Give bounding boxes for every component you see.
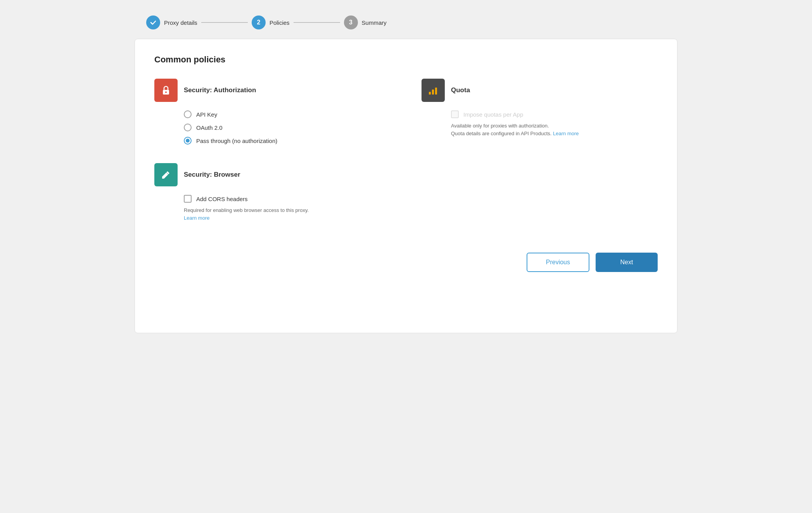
step-circle-3: 3 (344, 15, 358, 29)
security-browser-icon (154, 163, 178, 186)
svg-point-1 (165, 91, 167, 93)
security-browser-title: Security: Browser (184, 171, 240, 179)
quota-section: Quota Impose quotas per App Available on… (406, 79, 658, 145)
radio-pass-through[interactable]: Pass through (no authorization) (184, 137, 383, 145)
security-browser-section: Security: Browser Add CORS headers Requi… (154, 163, 658, 222)
step-circle-2: 2 (252, 15, 266, 29)
cors-checkbox[interactable] (184, 195, 192, 203)
security-auth-title: Security: Authorization (184, 86, 256, 94)
radio-label-api-key: API Key (196, 111, 217, 118)
svg-rect-4 (435, 88, 437, 95)
step-label-policies: Policies (270, 19, 290, 26)
svg-rect-2 (429, 92, 431, 95)
stepper: Proxy details 2 Policies 3 Summary (135, 8, 677, 39)
radio-api-key[interactable]: API Key (184, 110, 383, 118)
quota-checkbox-option[interactable]: Impose quotas per App (451, 110, 634, 118)
security-auth-icon (154, 79, 178, 102)
quota-icon (422, 79, 445, 102)
svg-rect-3 (432, 90, 434, 95)
radio-label-oauth2: OAuth 2.0 (196, 124, 223, 131)
step-proxy-details: Proxy details (146, 15, 197, 29)
quota-learn-more-link[interactable]: Learn more (553, 131, 579, 136)
policies-grid: Security: Authorization API Key OAuth 2.… (154, 79, 658, 145)
cors-checkbox-label: Add CORS headers (196, 196, 248, 202)
button-row: Previous Next (154, 245, 658, 272)
cors-helper-text: Required for enabling web browser access… (184, 207, 658, 222)
step-connector-2 (294, 22, 340, 23)
radio-group-auth: API Key OAuth 2.0 Pass through (no autho… (184, 110, 383, 145)
security-browser-header: Security: Browser (154, 163, 658, 186)
quota-checkbox-group: Impose quotas per App Available only for… (451, 110, 634, 137)
cors-checkbox-group: Add CORS headers Required for enabling w… (184, 195, 658, 222)
next-button[interactable]: Next (596, 253, 658, 272)
quota-checkbox (451, 110, 459, 118)
radio-circle-pass-through[interactable] (184, 137, 192, 145)
quota-helper-text: Available only for proxies with authoriz… (451, 122, 634, 137)
page-container: Proxy details 2 Policies 3 Summary Commo… (135, 8, 677, 333)
cors-checkbox-option[interactable]: Add CORS headers (184, 195, 658, 203)
step-circle-1 (146, 15, 160, 29)
previous-button[interactable]: Previous (527, 253, 589, 272)
main-card: Common policies Security: Authorization (135, 39, 677, 333)
radio-oauth2[interactable]: OAuth 2.0 (184, 124, 383, 131)
quota-header: Quota (422, 79, 634, 102)
step-summary: 3 Summary (344, 15, 387, 29)
security-auth-section: Security: Authorization API Key OAuth 2.… (154, 79, 406, 145)
security-auth-header: Security: Authorization (154, 79, 383, 102)
section-title: Common policies (154, 55, 658, 65)
quota-checkbox-label: Impose quotas per App (463, 111, 523, 118)
radio-circle-api-key[interactable] (184, 110, 192, 118)
radio-circle-oauth2[interactable] (184, 124, 192, 131)
cors-learn-more-link[interactable]: Learn more (184, 215, 209, 221)
step-policies: 2 Policies (252, 15, 290, 29)
quota-title: Quota (451, 86, 470, 94)
step-label-summary: Summary (362, 19, 387, 26)
step-label-proxy-details: Proxy details (164, 19, 197, 26)
step-connector-1 (201, 22, 248, 23)
radio-label-pass-through: Pass through (no authorization) (196, 138, 277, 144)
